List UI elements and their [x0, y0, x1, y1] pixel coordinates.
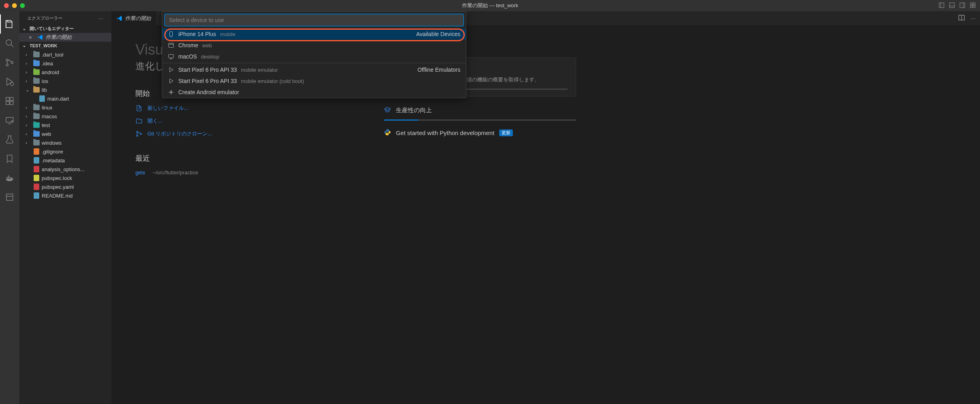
- option-meta: web: [202, 42, 212, 48]
- file-item[interactable]: README.md: [19, 191, 111, 200]
- sidebar-more-icon[interactable]: ···: [99, 16, 103, 21]
- folder-item[interactable]: ›web: [19, 129, 111, 138]
- folder-item[interactable]: ›test: [19, 121, 111, 129]
- tutorial-card-python[interactable]: Get started with Python development 更新: [384, 129, 576, 137]
- file-item[interactable]: analysis_options...: [19, 165, 111, 174]
- file-icon: [33, 148, 40, 155]
- folder-item[interactable]: ›macos: [19, 112, 111, 121]
- svg-point-13: [6, 64, 8, 66]
- tab-welcome[interactable]: 作業の開始: [111, 11, 156, 25]
- chevron-icon: ›: [26, 105, 31, 110]
- layout-sidebar-left-icon[interactable]: [938, 2, 945, 10]
- activitybar-run[interactable]: [0, 72, 19, 91]
- item-label: pubspec.lock: [42, 175, 72, 181]
- open-editors-label: 開いているエディター: [30, 26, 74, 32]
- file-item[interactable]: .gitignore: [19, 147, 111, 156]
- svg-point-12: [6, 59, 8, 61]
- close-icon[interactable]: ×: [29, 34, 34, 40]
- folder-item[interactable]: ›linux: [19, 103, 111, 112]
- vscode-icon: [37, 34, 43, 40]
- svg-rect-16: [6, 97, 9, 101]
- activitybar-docker[interactable]: [0, 168, 19, 188]
- sidebar-title: エクスプローラー ···: [19, 11, 111, 24]
- device-option[interactable]: Chrome web: [162, 40, 466, 51]
- chevron-icon: ›: [26, 123, 31, 127]
- activitybar-database[interactable]: [0, 188, 19, 207]
- svg-rect-6: [970, 3, 972, 5]
- device-option[interactable]: Create Android emulator: [162, 87, 466, 98]
- recent-item[interactable]: getx ~/src/flutter/practice: [135, 170, 352, 176]
- folder-item[interactable]: ›.dart_tool: [19, 50, 111, 59]
- sidebar: エクスプローラー ··· ⌄ 開いているエディター × 作業の開始 ⌄ TEST…: [19, 11, 111, 404]
- file-tree: ›.dart_tool›.idea›android›ios⌄libmain.da…: [19, 49, 111, 201]
- sidebar-title-text: エクスプローラー: [27, 15, 63, 21]
- folder-icon: [33, 69, 40, 76]
- open-editors-header[interactable]: ⌄ 開いているエディター: [19, 24, 111, 33]
- phone-icon: [168, 31, 174, 37]
- device-option[interactable]: iPhone 14 Plus mobileAvailable Devices: [162, 28, 466, 40]
- vscode-icon: [116, 15, 123, 22]
- device-option[interactable]: Start Pixel 6 Pro API 33 mobile emulator…: [162, 64, 466, 75]
- svg-point-14: [11, 62, 13, 64]
- window-minimize-button[interactable]: [12, 3, 17, 8]
- clone-repo-link[interactable]: Git リポジトリのクローン...: [135, 130, 352, 137]
- chevron-icon: ›: [26, 61, 31, 66]
- window-close-button[interactable]: [4, 3, 9, 8]
- item-label: analysis_options...: [42, 166, 85, 172]
- device-option[interactable]: Start Pixel 6 Pro API 33 mobile emulator…: [162, 75, 466, 87]
- activitybar-bookmark[interactable]: [0, 149, 19, 168]
- tutorial-progress: [384, 119, 576, 121]
- activitybar-testing[interactable]: [0, 130, 19, 149]
- folder-item[interactable]: ›android: [19, 68, 111, 77]
- folder-item[interactable]: ›windows: [19, 138, 111, 147]
- tab-label: 作業の開始: [125, 15, 151, 22]
- svg-rect-18: [6, 101, 9, 105]
- workspace-header[interactable]: ⌄ TEST_WORK: [19, 42, 111, 49]
- item-label: lib: [42, 87, 47, 93]
- svg-point-44: [137, 135, 138, 137]
- file-icon: [38, 95, 46, 102]
- python-icon: [384, 129, 391, 137]
- layout-sidebar-right-icon[interactable]: [959, 2, 966, 10]
- item-label: ios: [42, 78, 48, 84]
- svg-point-45: [140, 133, 142, 135]
- item-label: main.dart: [47, 96, 69, 102]
- folder-icon: [33, 113, 40, 120]
- file-item[interactable]: .metadata: [19, 156, 111, 165]
- file-item[interactable]: main.dart: [19, 94, 111, 103]
- open-link[interactable]: 開く...: [135, 117, 352, 125]
- activitybar-remote[interactable]: [0, 111, 19, 130]
- svg-rect-24: [6, 177, 8, 178]
- folder-item[interactable]: ⌄lib: [19, 85, 111, 94]
- chevron-icon: ⌄: [26, 87, 31, 93]
- play-icon: [168, 78, 174, 84]
- layout-panel-icon[interactable]: [949, 2, 955, 10]
- folder-item[interactable]: ›.idea: [19, 59, 111, 68]
- option-label: Start Pixel 6 Pro API 33: [178, 67, 237, 73]
- file-item[interactable]: pubspec.lock: [19, 174, 111, 182]
- layout-customize-icon[interactable]: [970, 2, 976, 10]
- activitybar-scm[interactable]: [0, 53, 19, 72]
- chevron-down-icon: ⌄: [22, 26, 28, 31]
- folder-icon: [33, 130, 40, 137]
- device-select-input[interactable]: [165, 14, 464, 26]
- activitybar-explorer[interactable]: [0, 14, 19, 34]
- chevron-icon: ›: [26, 70, 31, 75]
- open-editor-item[interactable]: × 作業の開始: [19, 33, 111, 42]
- option-label: Start Pixel 6 Pro API 33: [178, 78, 237, 84]
- editor-more-icon[interactable]: ···: [970, 15, 976, 21]
- activitybar-search[interactable]: [0, 34, 19, 53]
- split-editor-icon[interactable]: [958, 14, 965, 22]
- activitybar: [0, 11, 19, 404]
- window-maximize-button[interactable]: [20, 3, 25, 8]
- svg-rect-7: [973, 3, 975, 5]
- tutorial-card-productivity[interactable]: 生産性の向上: [384, 106, 576, 121]
- activitybar-extensions[interactable]: [0, 91, 19, 111]
- new-file-link[interactable]: 新しいファイル...: [135, 105, 352, 112]
- group-label: Available Devices: [416, 31, 460, 37]
- folder-item[interactable]: ›ios: [19, 77, 111, 85]
- workspace-name: TEST_WORK: [30, 43, 57, 48]
- device-option[interactable]: macOS desktop: [162, 51, 466, 62]
- tutorial-title: 生産性の向上: [396, 107, 432, 114]
- file-item[interactable]: pubspec.yaml: [19, 182, 111, 191]
